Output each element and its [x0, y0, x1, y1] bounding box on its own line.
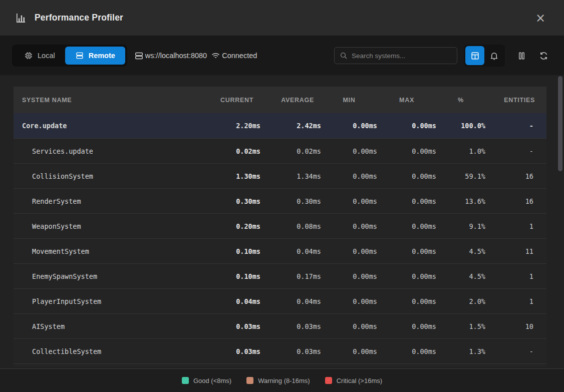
server-icon	[134, 51, 144, 61]
legend-footer: Good (<8ms)Warning (8-16ms)Critical (>16…	[0, 368, 564, 392]
column-header-average[interactable]: AVERAGE	[260, 97, 321, 104]
min-cell: 0.00ms	[321, 172, 377, 180]
percent-cell: 4.5%	[436, 247, 485, 255]
percent-cell: 1.3%	[436, 347, 485, 355]
bell-icon	[489, 51, 499, 61]
percent-cell: 59.1%	[436, 172, 485, 180]
table-row[interactable]: CollisionSystem1.30ms1.34ms0.00ms0.00ms5…	[14, 163, 546, 188]
system-name-cell: MovementSystem	[14, 247, 200, 255]
table-view-button[interactable]	[465, 46, 484, 65]
current-cell: 0.10ms	[200, 272, 260, 280]
scrollbar-thumb[interactable]	[558, 76, 562, 171]
table-row[interactable]: MovementSystem0.10ms0.04ms0.00ms0.00ms4.…	[14, 238, 546, 263]
system-name-cell: Core.update	[14, 122, 200, 130]
systems-table: SYSTEM NAME CURRENT AVERAGE MIN MAX % EN…	[14, 87, 546, 367]
view-toggle-group	[464, 45, 505, 67]
average-cell: 0.30ms	[260, 197, 321, 205]
percent-cell: 9.1%	[436, 222, 485, 230]
legend-swatch	[325, 377, 332, 384]
current-cell: 2.20ms	[200, 122, 260, 130]
system-name-cell: CollectibleSystem	[14, 347, 200, 355]
connection-status-label: Connected	[222, 52, 257, 60]
entities-cell: -	[485, 122, 546, 130]
table-content-area: SYSTEM NAME CURRENT AVERAGE MIN MAX % EN…	[0, 75, 564, 368]
endpoint-info: ws://localhost:8080	[134, 51, 207, 61]
system-name-cell: EnemySpawnSystem	[14, 272, 200, 280]
vertical-scrollbar[interactable]	[557, 76, 563, 368]
legend-label: Good (<8ms)	[193, 377, 231, 384]
column-header-current[interactable]: CURRENT	[200, 97, 260, 104]
min-cell: 0.00ms	[321, 322, 377, 330]
system-name-cell: Services.update	[14, 147, 200, 155]
table-row[interactable]: PlayerInputSystem0.04ms0.04ms0.00ms0.00m…	[14, 288, 546, 313]
max-cell: 0.00ms	[377, 297, 436, 305]
legend-item: Critical (>16ms)	[325, 377, 382, 384]
percent-cell: 4.5%	[436, 272, 485, 280]
max-cell: 0.00ms	[377, 272, 436, 280]
table-row[interactable]: CollectibleSystem0.03ms0.03ms0.00ms0.00m…	[14, 338, 546, 363]
max-cell: 0.00ms	[377, 222, 436, 230]
system-name-cell: CollisionSystem	[14, 172, 200, 180]
refresh-button[interactable]	[535, 47, 552, 64]
local-toggle-label: Local	[38, 52, 55, 60]
system-name-cell: AISystem	[14, 322, 200, 330]
table-row[interactable]: AISystem0.03ms0.03ms0.00ms0.00ms1.5%10	[14, 313, 546, 338]
legend-label: Warning (8-16ms)	[258, 377, 310, 384]
entities-cell: 1	[485, 222, 546, 230]
table-row[interactable]: WeaponSystem0.20ms0.08ms0.00ms0.00ms9.1%…	[14, 213, 546, 238]
average-cell: 0.04ms	[260, 247, 321, 255]
min-cell: 0.00ms	[321, 247, 377, 255]
bar-chart-icon	[15, 12, 27, 24]
table-layout-icon	[470, 51, 480, 61]
remote-toggle-button[interactable]: Remote	[65, 47, 125, 65]
table-row[interactable]: Services.update0.02ms0.02ms0.00ms0.00ms1…	[14, 138, 546, 163]
table-row[interactable]: Core.update2.20ms2.42ms0.00ms0.00ms100.0…	[14, 113, 546, 138]
percent-cell: 13.6%	[436, 197, 485, 205]
column-header-percent[interactable]: %	[436, 97, 485, 104]
system-name-cell: WeaponSystem	[14, 222, 200, 230]
local-toggle-button[interactable]: Local	[14, 47, 65, 65]
legend-label: Critical (>16ms)	[337, 377, 382, 384]
current-cell: 1.30ms	[200, 172, 260, 180]
column-header-system-name[interactable]: SYSTEM NAME	[14, 97, 200, 104]
max-cell: 0.00ms	[377, 322, 436, 330]
alerts-button[interactable]	[484, 46, 503, 65]
current-cell: 0.10ms	[200, 247, 260, 255]
column-header-min[interactable]: MIN	[321, 97, 377, 104]
toolbar: Local Remote	[0, 36, 564, 75]
current-cell: 0.03ms	[200, 347, 260, 355]
entities-cell: -	[485, 347, 546, 355]
column-header-entities[interactable]: ENTITIES	[485, 97, 546, 104]
current-cell: 0.04ms	[200, 297, 260, 305]
min-cell: 0.00ms	[321, 347, 377, 355]
max-cell: 0.00ms	[377, 197, 436, 205]
table-row[interactable]: EnemySpawnSystem0.10ms0.17ms0.00ms0.00ms…	[14, 263, 546, 288]
current-cell: 0.02ms	[200, 147, 260, 155]
max-cell: 0.00ms	[377, 147, 436, 155]
pause-icon	[517, 51, 526, 61]
max-cell: 0.00ms	[377, 172, 436, 180]
entities-cell: 11	[485, 247, 546, 255]
percent-cell: 2.0%	[436, 297, 485, 305]
percent-cell: 1.0%	[436, 147, 485, 155]
average-cell: 1.34ms	[260, 172, 321, 180]
partially-visible-row	[14, 363, 546, 367]
source-toggle-group: Local Remote	[12, 45, 127, 67]
remote-toggle-label: Remote	[89, 52, 115, 60]
pause-button[interactable]	[513, 47, 530, 64]
average-cell: 0.03ms	[260, 322, 321, 330]
system-name-cell: RenderSystem	[14, 197, 200, 205]
min-cell: 0.00ms	[321, 272, 377, 280]
average-cell: 0.02ms	[260, 147, 321, 155]
column-header-max[interactable]: MAX	[377, 97, 436, 104]
max-cell: 0.00ms	[377, 122, 436, 130]
close-button[interactable]: ×	[532, 10, 549, 27]
percent-cell: 100.0%	[436, 122, 485, 130]
entities-cell: 1	[485, 297, 546, 305]
average-cell: 0.04ms	[260, 297, 321, 305]
search-input[interactable]	[352, 52, 452, 60]
performance-profiler-window: Performance Profiler × Local	[0, 0, 564, 392]
current-cell: 0.03ms	[200, 322, 260, 330]
table-row[interactable]: RenderSystem0.30ms0.30ms0.00ms0.00ms13.6…	[14, 188, 546, 213]
max-cell: 0.00ms	[377, 347, 436, 355]
